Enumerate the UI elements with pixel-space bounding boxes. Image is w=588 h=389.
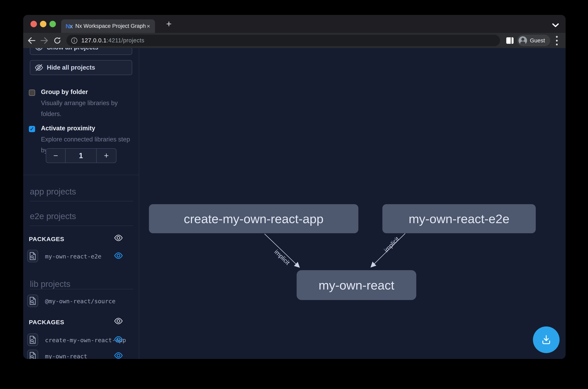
project-visibility-eye-icon[interactable]	[114, 336, 123, 342]
edge-label-implicit: implicit	[383, 235, 400, 254]
activate-proximity-label: Activate proximity	[41, 125, 95, 132]
proximity-stepper: − 1 +	[46, 148, 116, 163]
activate-proximity-checkbox[interactable]: ✓	[29, 126, 35, 132]
project-focus-button[interactable]	[27, 333, 38, 346]
hide-all-projects-label: Hide all projects	[47, 64, 95, 71]
packages-toggle-eye-icon[interactable]	[114, 318, 123, 324]
project-name[interactable]: @my-own-react/source	[45, 298, 115, 305]
project-focus-button[interactable]	[27, 250, 38, 262]
download-icon	[540, 334, 552, 346]
edge-implicit-1[interactable]	[264, 234, 299, 267]
url-bar[interactable]: 127.0.0.1:4211/projects	[66, 35, 500, 46]
hide-all-projects-button[interactable]: Hide all projects	[30, 60, 132, 75]
graph-node-my-own-react[interactable]: my-own-react	[297, 270, 416, 300]
avatar-icon	[519, 36, 527, 45]
site-info-icon[interactable]	[71, 37, 78, 44]
eye-off-icon	[35, 64, 43, 71]
lib-projects-header: lib projects	[30, 279, 70, 289]
reload-button[interactable]	[51, 33, 64, 48]
minimize-window-button[interactable]	[40, 21, 46, 27]
graph-edges	[140, 48, 566, 359]
proximity-value: 1	[65, 149, 96, 163]
close-window-button[interactable]	[31, 21, 37, 27]
side-panel-icon[interactable]	[505, 35, 515, 46]
tab-title: Nx Workspace Project Graph	[75, 23, 146, 29]
graph-node-create-my-own-react-app[interactable]: create-my-own-react-app	[149, 204, 358, 233]
packages-header: PACKAGES	[29, 236, 64, 243]
page-content: Show all projects Hide all projects Grou…	[23, 48, 566, 359]
project-focus-button[interactable]	[27, 294, 38, 307]
url-text: 127.0.0.1:4211/projects	[81, 37, 144, 44]
group-by-folder-checkbox[interactable]	[29, 90, 35, 96]
forward-button[interactable]	[38, 33, 51, 48]
profile-button[interactable]: Guest	[517, 35, 550, 46]
packages-header: PACKAGES	[29, 319, 64, 326]
sidebar: Show all projects Hide all projects Grou…	[23, 48, 139, 359]
tab-close-icon[interactable]: ×	[146, 23, 150, 30]
project-graph-canvas[interactable]: create-my-own-react-app my-own-react-e2e…	[140, 48, 566, 359]
new-tab-button[interactable]: +	[162, 17, 176, 31]
project-visibility-eye-icon[interactable]	[114, 252, 123, 259]
browser-menu-icon[interactable]	[552, 35, 561, 46]
show-all-projects-label: Show all projects	[47, 48, 98, 51]
graph-node-my-own-react-e2e[interactable]: my-own-react-e2e	[382, 204, 536, 233]
project-visibility-eye-icon[interactable]	[114, 352, 123, 358]
url-host: 127.0.0.1	[81, 37, 106, 44]
edge-label-implicit: implicit	[273, 248, 291, 266]
maximize-window-button[interactable]	[49, 21, 56, 27]
browser-window: Nx Nx Workspace Project Graph × + 127.0.…	[23, 15, 566, 359]
url-path: :4211/projects	[106, 37, 144, 44]
download-graph-button[interactable]	[533, 326, 559, 353]
back-button[interactable]	[25, 33, 38, 48]
browser-toolbar: 127.0.0.1:4211/projects Guest	[23, 33, 566, 48]
eye-icon	[35, 48, 43, 51]
packages-toggle-eye-icon[interactable]	[114, 234, 123, 241]
e2e-projects-underline	[30, 226, 133, 226]
proximity-increment-button[interactable]: +	[96, 149, 116, 163]
tab-search-chevron-icon[interactable]	[552, 22, 559, 28]
e2e-projects-header: e2e projects	[30, 211, 76, 221]
tab-strip: Nx Nx Workspace Project Graph × +	[23, 15, 566, 33]
group-by-folder-label: Group by folder	[41, 88, 88, 96]
profile-name: Guest	[530, 37, 545, 44]
app-projects-underline	[30, 201, 133, 201]
lib-projects-underline	[30, 289, 133, 289]
project-focus-button[interactable]	[27, 350, 38, 359]
project-name[interactable]: my-own-react	[45, 353, 87, 359]
project-name[interactable]: my-own-react-e2e	[45, 253, 101, 260]
proximity-decrement-button[interactable]: −	[46, 149, 65, 163]
sidebar-divider	[23, 175, 139, 175]
group-by-folder-description: Visually arrange libraries by folders.	[41, 98, 137, 119]
nx-favicon-icon: Nx	[65, 23, 72, 30]
app-projects-header: app projects	[30, 187, 76, 196]
tab-nx-workspace[interactable]: Nx Nx Workspace Project Graph ×	[61, 19, 155, 33]
show-all-projects-button[interactable]: Show all projects	[30, 48, 132, 55]
